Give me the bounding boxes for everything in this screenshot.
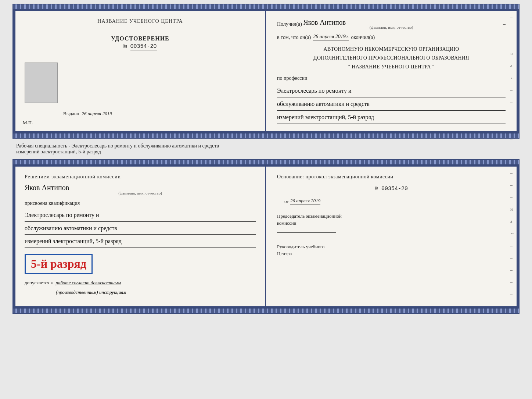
proto-number: 00354-20 [381,186,408,192]
dash3: – [510,39,515,44]
top-cert-wrapper: НАЗВАНИЕ УЧЕБНОГО ЦЕНТРА УДОСТОВЕРЕНИЕ №… [12,4,520,139]
bottom-fio-block: Яков Антипов (фамилия, имя, отчество) [25,184,256,195]
dash5: – [510,100,515,105]
top-left-header: НАЗВАНИЕ УЧЕБНОГО ЦЕНТРА [97,18,183,24]
fio-hint: (фамилия, имя, отчество) [277,25,506,29]
proto-prefix: № [375,186,378,192]
mp-line: М.П. [23,120,33,126]
org-quote-open: " [348,64,350,70]
bottom-stripe-bottom [13,309,519,313]
top-cert-left-page: НАЗВАНИЕ УЧЕБНОГО ЦЕНТРА УДОСТОВЕРЕНИЕ №… [15,11,266,131]
middle-line2: измерений электростанций, 5-й разряд [16,149,516,155]
rukovoditel-sign-line [277,263,336,263]
ot-date: 26 апреля 2019 [290,198,320,204]
ot-line: от 26 апреля 2019 [284,198,506,204]
bottom-right-page: Основание: протокол экзаменационной коми… [266,167,517,306]
cert-title-block: УДОСТОВЕРЕНИЕ № 00354-20 [111,35,169,50]
prisvoena-text: присвоена квалификация [25,200,256,206]
rank-box: 5-й разряд [25,254,93,274]
right-side-dashes: – – – и а ← – – – – – [510,15,515,142]
dash4: – [510,88,515,93]
bottom-left-page: Решением экзаменационной комиссии Яков А… [15,167,266,306]
bottom-right-side-dashes: – – – и а ← – – – – – [510,170,515,297]
middle-text-block: Рабочая специальность - Электрослесарь п… [12,142,520,156]
bottom-cert-book: Решением экзаменационной комиссии Яков А… [13,164,519,309]
qual-line1: Электрослесарь по ремонту и [25,210,256,222]
cert-title: УДОСТОВЕРЕНИЕ [111,35,169,42]
dash1: – [510,15,515,20]
org-quote-close: " [432,64,435,70]
dash7: – [510,124,515,129]
protocol-number: № 00354-20 [277,186,506,192]
rukovoditel-block: Руководитель учебного Центра [277,243,506,263]
letter-i: и [510,51,515,57]
org-line2: ДОПОЛНИТЕЛЬНОГО ПРОФЕССИОНАЛЬНОГО ОБРАЗО… [277,54,506,63]
middle-line1: Рабочая специальность - Электрослесарь п… [16,143,516,149]
vydano-label: Выдано [63,111,79,116]
bottom-fio-hint: (фамилия, имя, отчество) [25,191,256,195]
arrow-left: ← [510,75,515,81]
vtom-label: в том, что он(а) [277,35,311,40]
vydano-line: Выдано 26 апреля 2019 [63,111,112,117]
cert-number: № 00354-20 [111,43,169,50]
predsedatel-sign-line [277,232,336,233]
bottom-stripe-top [13,133,519,138]
cert-number-prefix: № [123,43,127,50]
dash8: – [510,136,515,142]
top-stripe-bottom [13,160,519,164]
profession-block: Электрослесарь по ремонту и обслуживанию… [277,86,506,124]
vydano-date: 26 апреля 2019 [82,111,112,116]
photo-placeholder [25,63,58,103]
bottom-cert-wrapper: Решением экзаменационной комиссии Яков А… [12,159,520,314]
osnov-text: Основание: протокол экзаменационной коми… [277,174,506,180]
dopuskaetsya-label: допускается к [25,280,53,285]
profession-line3: измерений электростанций, 5-й разряд [277,112,506,124]
top-cert-book: НАЗВАНИЕ УЧЕБНОГО ЦЕНТРА УДОСТОВЕРЕНИЕ №… [13,9,519,133]
dash2: – [510,27,515,32]
dash6: – [510,112,515,117]
org-name: НАЗВАНИЕ УЧЕБНОГО ЦЕНТРА [352,64,431,70]
top-stripe [13,4,519,9]
profession-line2: обслуживанию автоматики и средств [277,99,506,111]
ot-label: от [284,199,289,204]
predsedatel-block: Председатель экзаменационной комиссии [277,213,506,233]
cert-number-value: 00354-20 [130,43,157,50]
okonchil-label: окончил(а) [351,35,375,40]
top-cert-right-page: Получил(а) Яков Антипов – (фамилия, имя,… [266,11,517,131]
po-professii: по профессии [277,75,506,81]
bottom-heading: Решением экзаменационной комиссии [25,174,256,180]
qual-line2: обслуживанию автоматики и средств [25,223,256,235]
dopusk-value: работе согласно должностным [55,280,121,285]
vtom-date: 26 апреля 2019г. [313,34,349,40]
qual-line3: измерений электростанций, 5-й разряд [25,236,256,248]
rank-big-text: 5-й разряд [31,257,86,270]
org-line1: АВТОНОМНУЮ НЕКОММЕРЧЕСКУЮ ОРГАНИЗАЦИЮ [277,45,506,54]
profession-line1: Электрослесарь по ремонту и [277,86,506,97]
rukovoditel-label: Руководитель учебного Центра [277,243,506,257]
dopuskaetsya-line: допускается к работе согласно должностны… [25,280,256,286]
dopusk-line2: (производственным) инструкциям [56,289,256,295]
bottom-qual-block: Электрослесарь по ремонту и обслуживанию… [25,210,256,248]
org-name-line: " НАЗВАНИЕ УЧЕБНОГО ЦЕНТРА " [277,63,506,71]
predsedatel-label: Председатель экзаменационной комиссии [277,213,506,227]
org-block: АВТОНОМНУЮ НЕКОММЕРЧЕСКУЮ ОРГАНИЗАЦИЮ ДО… [277,45,506,71]
vtom-line: в том, что он(а) 26 апреля 2019г. окончи… [277,34,506,40]
document-container: НАЗВАНИЕ УЧЕБНОГО ЦЕНТРА УДОСТОВЕРЕНИЕ №… [12,4,520,314]
letter-a: а [510,63,515,69]
